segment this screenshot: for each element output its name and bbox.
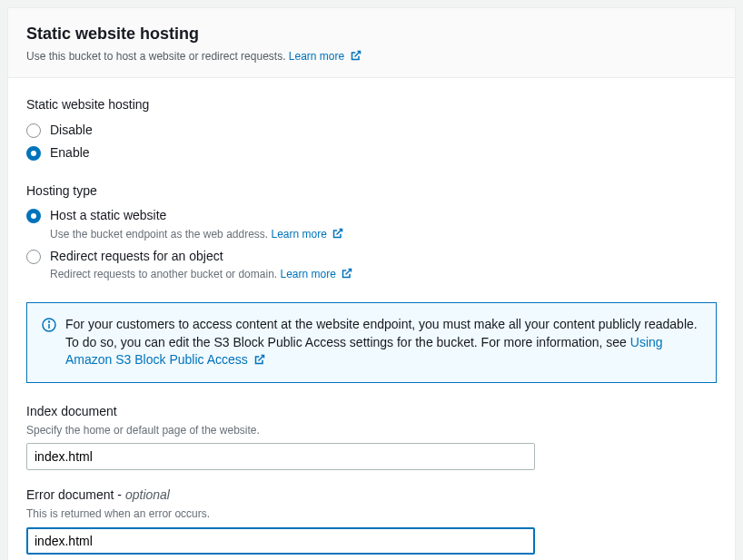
- radio-icon: [26, 146, 41, 161]
- hosting-type-group: Hosting type Host a static website Use t…: [26, 182, 717, 282]
- panel-title: Static website hosting: [26, 23, 717, 45]
- header-learn-more-link[interactable]: Learn more: [289, 50, 362, 63]
- redirect-learn-more-link[interactable]: Learn more: [280, 268, 352, 280]
- radio-icon: [26, 123, 41, 138]
- hosting-toggle-group: Static website hosting Disable Enable: [26, 96, 717, 162]
- radio-host-static-desc: Use the bucket endpoint as the web addre…: [50, 227, 717, 242]
- radio-redirect-desc: Redirect requests to another bucket or d…: [50, 267, 717, 282]
- error-document-label: Error document - optional: [26, 486, 717, 505]
- error-document-input[interactable]: [26, 527, 535, 555]
- panel-body: Static website hosting Disable Enable Ho…: [8, 78, 735, 560]
- radio-disable[interactable]: Disable: [26, 122, 717, 140]
- index-document-desc: Specify the home or default page of the …: [26, 423, 717, 438]
- info-text: For your customers to access content at …: [65, 316, 701, 369]
- hosting-toggle-label: Static website hosting: [26, 96, 717, 114]
- index-document-field: Index document Specify the home or defau…: [26, 403, 717, 470]
- radio-icon: [26, 250, 41, 264]
- hosting-type-label: Hosting type: [26, 182, 717, 201]
- external-link-icon: [332, 228, 343, 239]
- panel-subtitle: Use this bucket to host a website or red…: [26, 49, 717, 64]
- index-document-input[interactable]: [26, 443, 535, 470]
- external-link-icon: [342, 268, 352, 279]
- index-document-label: Index document: [26, 403, 717, 421]
- radio-icon: [26, 209, 41, 223]
- panel-header: Static website hosting Use this bucket t…: [8, 8, 735, 78]
- info-icon: [42, 318, 56, 332]
- error-document-desc: This is returned when an error occurs.: [26, 506, 717, 522]
- external-link-icon: [351, 50, 362, 61]
- error-document-field: Error document - optional This is return…: [26, 486, 717, 554]
- info-box-public-access: For your customers to access content at …: [26, 302, 717, 383]
- host-static-learn-more-link[interactable]: Learn more: [272, 228, 344, 241]
- external-link-icon: [254, 354, 265, 365]
- radio-redirect-requests[interactable]: Redirect requests for an object Redirect…: [26, 248, 717, 282]
- svg-point-2: [49, 321, 50, 322]
- radio-host-static-website[interactable]: Host a static website Use the bucket end…: [26, 207, 717, 241]
- static-website-hosting-panel: Static website hosting Use this bucket t…: [7, 7, 736, 560]
- radio-enable[interactable]: Enable: [26, 144, 717, 162]
